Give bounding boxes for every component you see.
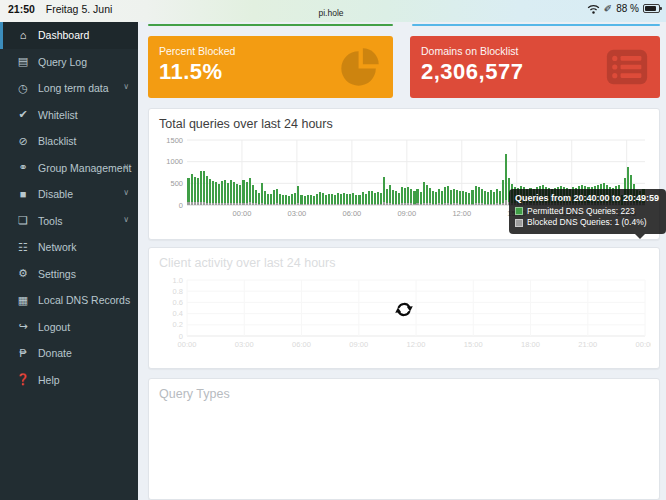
sidebar-item-label: Donate [38,347,72,359]
sidebar-item-local-dns-records[interactable]: ▦Local DNS Records [0,287,138,314]
battery-icon [643,4,660,13]
svg-text:0: 0 [179,201,183,210]
sidebar-item-donate[interactable]: ₱Donate [0,340,138,367]
svg-text:00:00: 00:00 [178,340,197,349]
sidebar-item-label: Group Management [38,162,131,174]
refresh-icon [395,300,414,323]
sidebar-item-label: Disable [38,188,73,200]
chevron-down-icon: ∨ [123,162,129,171]
address-book-icon: ▦ [15,294,31,307]
check-circle-icon: ✔ [15,108,31,121]
svg-text:1500: 1500 [166,136,183,145]
file-icon: ▤ [15,55,31,68]
svg-text:09:00: 09:00 [349,340,368,349]
status-left: 21:50 Freitag 5. Juni [8,3,112,15]
svg-text:1000: 1000 [166,157,183,166]
ban-icon: ⊘ [15,135,31,148]
svg-text:1.0: 1.0 [173,276,183,285]
svg-text:12:00: 12:00 [407,340,426,349]
svg-text:06:00: 06:00 [292,340,311,349]
queries-chart[interactable]: 05001000150000:0003:0006:0009:0012:0015:… [157,135,651,231]
panel-total-queries: Total queries over last 24 hours 0500100… [148,108,660,240]
panel-client-activity: Client activity over last 24 hours 1.00.… [148,247,660,369]
list-icon [604,44,650,90]
svg-text:21:00: 21:00 [578,340,597,349]
sidebar-item-query-log[interactable]: ▤Query Log [0,49,138,76]
date: Freitag 5. Juni [46,3,113,15]
chevron-down-icon: ∨ [123,215,129,224]
sidebar-item-logout[interactable]: ↪Logout [0,314,138,341]
paypal-icon: ₱ [15,347,31,359]
svg-text:03:00: 03:00 [235,340,254,349]
permitted-legend-swatch [515,207,523,215]
svg-text:06:00: 06:00 [342,209,361,218]
sidebar-item-label: Blacklist [38,135,77,147]
sidebar-item-label: Long term data [38,82,109,94]
sidebar: ⌂Dashboard▤Query Log◷Long term data∨✔Whi… [0,22,138,500]
svg-text:09:00: 09:00 [397,209,416,218]
tooltip-blocked: Blocked DNS Queries: 1 (0.4%) [527,217,647,229]
sidebar-item-label: Tools [38,215,63,227]
sidebar-item-whitelist[interactable]: ✔Whitelist [0,102,138,129]
blocked-legend-swatch [515,219,523,227]
clock-icon: ◷ [15,82,31,95]
sidebar-item-label: Whitelist [38,109,78,121]
svg-text:0.8: 0.8 [173,287,183,296]
pie-chart-icon [337,44,383,90]
sidebar-item-label: Settings [38,268,76,280]
svg-text:0.4: 0.4 [173,309,183,318]
wifi-icon [587,4,600,14]
card-domains-on-blocklist: Domains on Blocklist 2,306,577 [410,36,660,98]
browser-tab-title[interactable]: pi.hole [298,8,364,18]
card-percent-blocked: Percent Blocked 11.5% [148,36,393,98]
sidebar-nav: ⌂Dashboard▤Query Log◷Long term data∨✔Whi… [0,22,138,393]
screen: 21:50 Freitag 5. Juni pi.hole ✐ 88 % ⌂Da… [0,0,666,500]
panel-query-types: Query Types [148,378,660,500]
sidebar-item-long-term-data[interactable]: ◷Long term data∨ [0,75,138,102]
sidebar-item-label: Network [38,241,77,253]
sidebar-item-help[interactable]: ❓Help [0,367,138,394]
svg-text:0.6: 0.6 [173,298,183,307]
sidebar-item-label: Logout [38,321,70,333]
sidebar-item-disable[interactable]: ■Disable∨ [0,181,138,208]
users-icon: ⚭ [15,161,31,174]
panel-title: Query Types [149,379,659,405]
sitemap-icon: ☷ [15,241,31,254]
sidebar-item-label: Help [38,374,60,386]
sidebar-item-label: Dashboard [38,29,89,41]
logout-icon: ↪ [15,320,31,333]
sidebar-item-network[interactable]: ☷Network [0,234,138,261]
pencil-icon: ✐ [604,4,612,14]
svg-text:0.2: 0.2 [173,320,183,329]
question-circle-icon: ❓ [15,373,31,386]
gears-icon: ⚙ [15,267,31,280]
home-icon: ⌂ [15,29,31,41]
chevron-down-icon: ∨ [123,82,129,91]
status-right: ✐ 88 % [587,3,660,14]
sidebar-item-dashboard[interactable]: ⌂Dashboard [0,22,138,49]
main-content: Percent Blocked 11.5% Domains on Blockli… [138,26,666,500]
svg-text:00:00: 00:00 [636,340,651,349]
tooltip-title: Queries from 20:40:00 to 20:49:59 [515,193,659,205]
svg-text:500: 500 [170,179,183,188]
svg-text:12:00: 12:00 [452,209,471,218]
clock: 21:50 [8,3,35,15]
panel-title: Total queries over last 24 hours [149,109,659,135]
svg-text:15:00: 15:00 [464,340,483,349]
sidebar-item-settings[interactable]: ⚙Settings [0,261,138,288]
sidebar-item-blacklist[interactable]: ⊘Blacklist [0,128,138,155]
svg-text:03:00: 03:00 [288,209,307,218]
svg-text:18:00: 18:00 [521,340,540,349]
status-bar: 21:50 Freitag 5. Juni pi.hole ✐ 88 % [0,0,666,22]
sidebar-item-label: Local DNS Records [38,294,130,306]
sidebar-item-label: Query Log [38,56,87,68]
stop-icon: ■ [15,188,31,200]
sidebar-item-group-management[interactable]: ⚭Group Management∨ [0,155,138,182]
sidebar-item-tools[interactable]: ❏Tools∨ [0,208,138,235]
svg-text:00:00: 00:00 [233,209,252,218]
panel-title: Client activity over last 24 hours [149,248,659,274]
tooltip-permitted: Permitted DNS Queries: 223 [527,206,635,218]
folder-icon: ❏ [15,214,31,227]
chart-tooltip: Queries from 20:40:00 to 20:49:59 Permit… [509,189,666,234]
chevron-down-icon: ∨ [123,188,129,197]
